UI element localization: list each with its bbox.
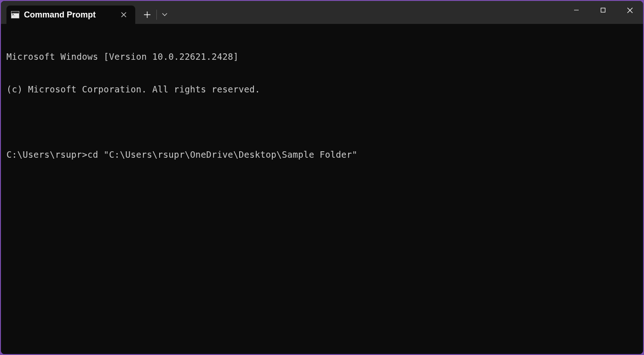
window-controls [563, 1, 643, 19]
chevron-down-icon [162, 13, 167, 17]
tabs-area: Command Prompt [1, 1, 172, 24]
command-text: cd "C:\Users\rsupr\OneDrive\Desktop\Samp… [87, 149, 357, 160]
copyright-line: (c) Microsoft Corporation. All rights re… [6, 84, 638, 95]
maximize-button[interactable] [590, 1, 616, 19]
tab-title: Command Prompt [24, 10, 114, 20]
maximize-icon [600, 7, 606, 13]
close-icon [627, 7, 633, 13]
tab-dropdown-button[interactable] [158, 6, 172, 23]
plus-icon [144, 11, 150, 18]
x-icon [121, 12, 126, 17]
blank-line [6, 117, 638, 128]
close-window-button[interactable] [616, 1, 643, 19]
close-tab-button[interactable] [119, 10, 129, 20]
minimize-button[interactable] [563, 1, 590, 19]
svg-rect-5 [601, 8, 605, 12]
prompt-line: C:\Users\rsupr>cd "C:\Users\rsupr\OneDri… [6, 149, 638, 160]
minimize-icon [574, 7, 579, 13]
prompt-text: C:\Users\rsupr> [6, 149, 87, 160]
cmd-icon [11, 11, 19, 18]
terminal-output[interactable]: Microsoft Windows [Version 10.0.22621.24… [1, 24, 643, 354]
new-tab-button[interactable] [139, 6, 155, 23]
tab-command-prompt[interactable]: Command Prompt [6, 6, 135, 24]
titlebar[interactable]: Command Prompt [1, 1, 643, 24]
tab-actions [135, 6, 172, 24]
divider [156, 10, 157, 20]
terminal-window: Command Prompt [1, 1, 643, 354]
version-line: Microsoft Windows [Version 10.0.22621.24… [6, 52, 638, 63]
